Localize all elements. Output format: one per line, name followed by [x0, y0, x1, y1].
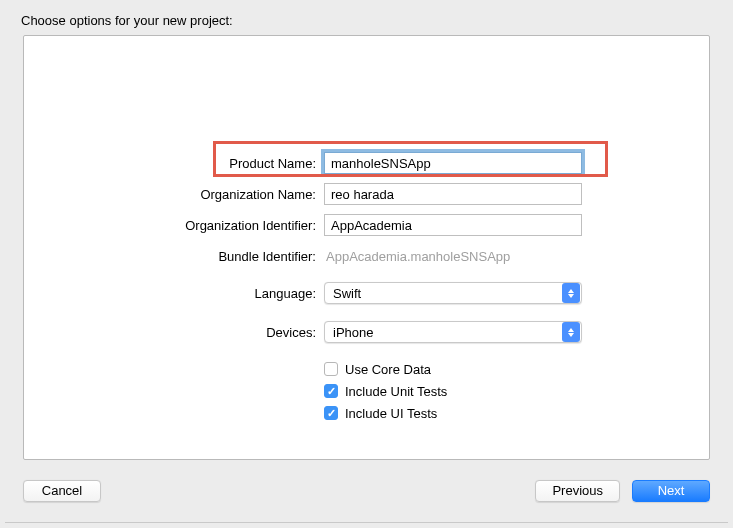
- org-name-input[interactable]: [324, 183, 582, 205]
- next-button[interactable]: Next: [632, 480, 710, 502]
- ui-tests-label: Include UI Tests: [345, 406, 437, 421]
- label-org-id: Organization Identifier:: [24, 218, 324, 233]
- language-popup[interactable]: Swift: [324, 282, 582, 304]
- product-name-input[interactable]: [324, 152, 582, 174]
- updown-icon: [562, 283, 580, 303]
- row-org-id: Organization Identifier:: [24, 210, 709, 240]
- previous-button[interactable]: Previous: [535, 480, 620, 502]
- core-data-checkbox[interactable]: [324, 362, 338, 376]
- dialog-footer: Cancel Previous Next: [23, 476, 710, 506]
- row-product-name: Product Name:: [24, 148, 709, 178]
- devices-value: iPhone: [325, 325, 562, 340]
- org-id-input[interactable]: [324, 214, 582, 236]
- label-devices: Devices:: [24, 325, 324, 340]
- dialog-title: Choose options for your new project:: [21, 13, 233, 28]
- row-unit-tests: ✓ Include Unit Tests: [24, 380, 709, 402]
- check-icon: ✓: [327, 386, 336, 397]
- label-product-name: Product Name:: [24, 156, 324, 171]
- devices-popup[interactable]: iPhone: [324, 321, 582, 343]
- updown-icon: [562, 322, 580, 342]
- label-org-name: Organization Name:: [24, 187, 324, 202]
- label-language: Language:: [24, 286, 324, 301]
- row-language: Language: Swift: [24, 278, 709, 308]
- check-icon: ✓: [327, 408, 336, 419]
- form-area: Product Name: Organization Name: Organiz…: [24, 148, 709, 424]
- core-data-label: Use Core Data: [345, 362, 431, 377]
- label-bundle-id: Bundle Identifier:: [24, 249, 324, 264]
- row-org-name: Organization Name:: [24, 179, 709, 209]
- cancel-button[interactable]: Cancel: [23, 480, 101, 502]
- row-core-data: Use Core Data: [24, 358, 709, 380]
- bundle-id-text: AppAcademia.manholeSNSApp: [324, 249, 510, 264]
- row-ui-tests: ✓ Include UI Tests: [24, 402, 709, 424]
- language-value: Swift: [325, 286, 562, 301]
- row-devices: Devices: iPhone: [24, 317, 709, 347]
- unit-tests-checkbox[interactable]: ✓: [324, 384, 338, 398]
- form-panel: Product Name: Organization Name: Organiz…: [23, 35, 710, 460]
- row-bundle-id: Bundle Identifier: AppAcademia.manholeSN…: [24, 241, 709, 271]
- ui-tests-checkbox[interactable]: ✓: [324, 406, 338, 420]
- unit-tests-label: Include Unit Tests: [345, 384, 447, 399]
- dialog-sheet: Choose options for your new project: Pro…: [5, 5, 728, 523]
